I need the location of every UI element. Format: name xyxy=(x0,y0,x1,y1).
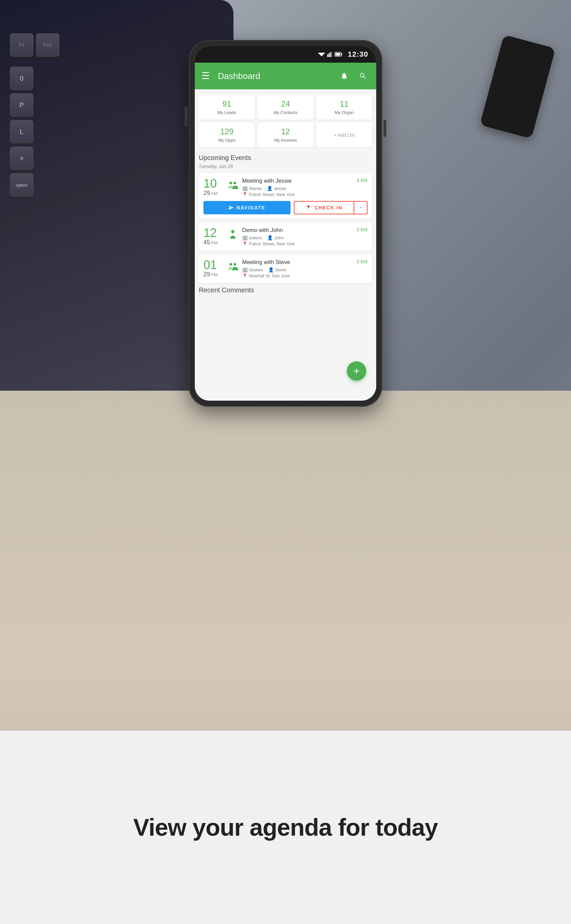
svg-marker-0 xyxy=(318,53,325,56)
event-hour-2: 01 xyxy=(204,259,224,271)
event-card-2[interactable]: 01 29 PM xyxy=(199,254,372,283)
event-meta-2: 🏢 Globex 👤 Steve xyxy=(242,267,367,273)
tagline-section: View your agenda for today xyxy=(0,731,571,924)
leads-label: My Leads xyxy=(202,110,252,115)
key-gt: > xyxy=(10,147,33,170)
event-person-1: 👤 John xyxy=(267,235,284,240)
navigate-button[interactable]: NAVIGATE xyxy=(204,201,290,214)
event-card-0[interactable]: 10 29 AM xyxy=(199,173,372,219)
event-top-0: 10 29 AM xyxy=(204,178,367,197)
person-icon-0: 👤 xyxy=(267,186,273,191)
volume-button xyxy=(185,107,187,127)
phone-frame: 12:30 ☰ Dashboard 91 My Le xyxy=(189,40,382,407)
event-ampm-2: PM xyxy=(211,273,218,277)
svg-rect-2 xyxy=(329,53,330,57)
event-title-0: Meeting with Jessie xyxy=(242,178,292,184)
stat-my-contacts[interactable]: 24 My Contacts xyxy=(258,95,313,120)
event-meta-0: 🏢 Wanta 👤 Jessie xyxy=(242,186,367,191)
navigate-label: NAVIGATE xyxy=(236,205,265,210)
event-location-2: 📍 Newhall St, San Jose xyxy=(242,273,367,278)
event-location-0: 📍 Futron Street, New York xyxy=(242,192,367,197)
stat-my-opps[interactable]: 129 My Opps xyxy=(199,122,255,147)
search-button[interactable] xyxy=(356,69,370,83)
leads-number: 91 xyxy=(202,99,252,109)
event-distance-0: 4 KM xyxy=(356,178,367,183)
invoices-label: My Invoices xyxy=(261,138,310,143)
event-details-0: Meeting with Jessie 4 KM 🏢 Wanta 👤 Jessi… xyxy=(242,178,367,197)
svg-rect-7 xyxy=(335,53,340,55)
key-f10: F10 xyxy=(36,33,59,57)
building-icon-1: 🏢 xyxy=(242,235,248,240)
event-title-2: Meeting with Steve xyxy=(242,259,290,266)
event-actions-0: NAVIGATE 📍 CHECK IN xyxy=(204,201,367,214)
dashboard-content: 91 My Leads 24 My Contacts 11 My Organ 1… xyxy=(195,89,376,401)
event-time-1: 12 45 PM xyxy=(204,227,224,246)
person-icon-1: 👤 xyxy=(267,235,273,240)
stat-my-invoices[interactable]: 12 My Invoices xyxy=(258,122,313,147)
events-date: Tuesday, Jan 29 xyxy=(199,164,372,169)
event-distance-2: 3 KM xyxy=(356,259,367,264)
stats-grid-row1: 91 My Leads 24 My Contacts 11 My Organ xyxy=(199,95,372,120)
stat-my-leads[interactable]: 91 My Leads xyxy=(199,95,255,120)
organ-label: My Organ xyxy=(319,110,369,115)
opps-label: My Opps xyxy=(202,138,252,143)
key-f9: F9 xyxy=(10,33,33,57)
key-p: P xyxy=(10,93,33,117)
event-card-1[interactable]: 12 45 PM Demo with xyxy=(199,222,372,251)
key-alt: option xyxy=(10,173,33,197)
event-time-0: 10 29 AM xyxy=(204,178,224,197)
meeting-icon-2 xyxy=(227,261,238,274)
app-bar: ☰ Dashboard xyxy=(195,63,376,89)
tagline-text: View your agenda for today xyxy=(133,814,438,841)
wifi-icon xyxy=(318,52,325,57)
status-icons xyxy=(318,52,343,57)
event-person-2: 👤 Steve xyxy=(268,267,286,273)
event-company-0: 🏢 Wanta xyxy=(242,186,261,191)
meeting-icon-0 xyxy=(227,180,238,192)
event-distance-1: 3 KM xyxy=(356,227,367,233)
event-ampm-1: PM xyxy=(211,240,218,245)
event-hour-1: 12 xyxy=(204,227,224,239)
event-company-1: 🏢 Initech xyxy=(242,235,262,240)
meeting-icon-1 xyxy=(227,229,238,242)
contacts-label: My Contacts xyxy=(261,110,310,115)
event-top-2: 01 29 PM xyxy=(204,259,367,278)
event-company-2: 🏢 Globex xyxy=(242,267,263,273)
stat-my-organ[interactable]: 11 My Organ xyxy=(316,95,372,120)
invoices-number: 12 xyxy=(261,127,310,136)
event-top-1: 12 45 PM Demo with xyxy=(204,227,367,246)
checkin-group: 📍 CHECK IN xyxy=(294,201,367,214)
key-0: 0 xyxy=(10,67,33,90)
app-title: Dashboard xyxy=(218,71,332,81)
event-minutes-0: 29 xyxy=(204,189,210,197)
svg-rect-4 xyxy=(331,52,332,57)
event-details-1: Demo with John 3 KM 🏢 Initech 👤 John xyxy=(242,227,367,246)
checkin-button[interactable]: 📍 CHECK IN xyxy=(294,201,354,214)
svg-point-9 xyxy=(233,182,236,184)
event-details-2: Meeting with Steve 3 KM 🏢 Globex 👤 Steve xyxy=(242,259,367,278)
organ-number: 11 xyxy=(319,99,369,109)
checkin-dropdown-button[interactable] xyxy=(354,201,367,214)
navigate-arrow-icon xyxy=(228,205,234,210)
keyboard-keys: F9 F10 0 P L > option xyxy=(10,33,59,199)
checkin-label: CHECK IN xyxy=(315,205,343,210)
building-icon-2: 🏢 xyxy=(242,267,248,273)
svg-rect-6 xyxy=(341,53,342,55)
fab-icon: + xyxy=(353,365,360,377)
stat-add-list[interactable]: + Add List xyxy=(316,122,372,147)
menu-icon[interactable]: ☰ xyxy=(201,71,210,81)
key-l: L xyxy=(10,120,33,143)
svg-point-12 xyxy=(233,263,236,266)
search-icon xyxy=(359,72,367,80)
signal-icon xyxy=(327,52,333,57)
event-time-2: 01 29 PM xyxy=(204,259,224,278)
status-time: 12:30 xyxy=(348,50,368,59)
phone-speaker xyxy=(265,49,306,52)
fab-add-button[interactable]: + xyxy=(347,361,366,381)
bell-icon xyxy=(340,72,348,80)
event-minutes-1: 45 xyxy=(204,239,210,246)
battery-icon xyxy=(335,52,343,57)
svg-point-8 xyxy=(230,182,232,184)
notification-button[interactable] xyxy=(338,69,351,83)
upcoming-events-header: Upcoming Events xyxy=(199,154,372,162)
